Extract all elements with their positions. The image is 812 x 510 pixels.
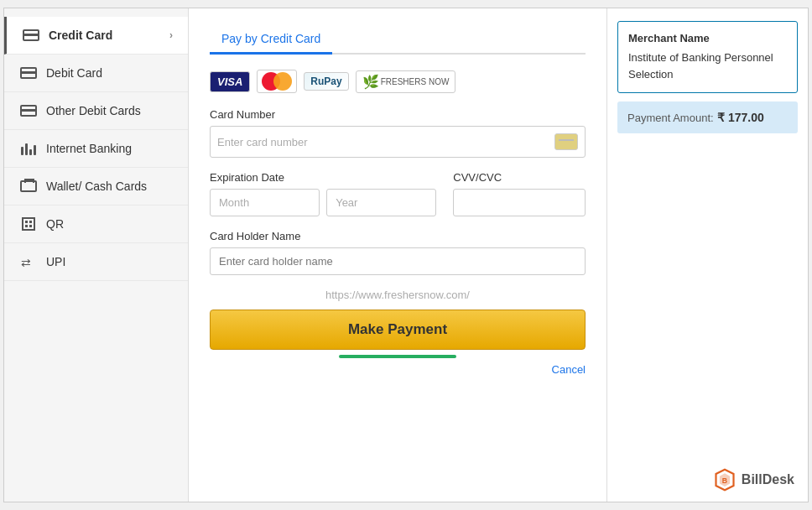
sidebar-item-label: Credit Card xyxy=(49,29,112,42)
sidebar: Credit Card › Debit Card Other Debit Car… xyxy=(4,8,189,502)
sidebar-item-other-debit[interactable]: Other Debit Cards xyxy=(4,92,188,130)
chevron-right-icon: › xyxy=(169,29,173,41)
svg-text:B: B xyxy=(722,476,727,485)
merchant-name-label: Merchant Name xyxy=(628,32,787,44)
card-number-input[interactable] xyxy=(217,136,554,148)
right-panel: Merchant Name Institute of Banking Perso… xyxy=(606,8,808,502)
payment-amount-label: Payment Amount: xyxy=(627,112,714,124)
freshersnow-logo: 🌿 FRESHERS NOW xyxy=(356,70,456,93)
card-number-wrap xyxy=(210,126,586,158)
mastercard-logo xyxy=(257,70,297,93)
sidebar-item-label: Internet Banking xyxy=(46,142,132,155)
sidebar-item-label: Other Debit Cards xyxy=(46,104,141,117)
wallet-icon xyxy=(19,180,38,193)
sidebar-item-upi[interactable]: UPI xyxy=(4,243,188,281)
expiry-fields: Month Year xyxy=(210,189,436,216)
sidebar-item-label: Debit Card xyxy=(46,66,102,80)
card-number-label: Card Number xyxy=(210,108,586,121)
url-text: https://www.freshersnow.com/ xyxy=(210,289,586,301)
sidebar-item-label: UPI xyxy=(46,255,65,268)
credit-card-icon xyxy=(22,29,40,42)
make-payment-button[interactable]: Make Payment xyxy=(210,310,586,350)
sidebar-item-credit-card[interactable]: Credit Card › xyxy=(4,17,188,55)
cvv-group: CVV/CVC xyxy=(453,171,586,216)
progress-bar-wrap xyxy=(210,355,586,358)
internet-banking-icon xyxy=(19,142,38,155)
progress-bar xyxy=(339,355,456,358)
visa-logo: VISA xyxy=(210,71,250,92)
card-number-group: Card Number xyxy=(210,108,586,158)
other-debit-card-icon xyxy=(19,104,38,117)
billdesk-footer: B BillDesk xyxy=(607,458,808,502)
holder-name-input[interactable] xyxy=(210,247,586,275)
expiration-label: Expiration Date xyxy=(210,171,436,184)
qr-icon xyxy=(19,217,38,231)
cvv-input[interactable] xyxy=(453,189,586,216)
debit-card-icon xyxy=(19,66,38,80)
tab-credit-card[interactable]: Pay by Credit Card xyxy=(210,25,332,55)
expiry-cvv-row: Expiration Date Month Year CVV/CVC xyxy=(210,171,586,216)
expiration-group: Expiration Date Month Year xyxy=(210,171,436,216)
payment-amount-box: Payment Amount: ₹ 177.00 xyxy=(617,101,798,133)
rupay-logo: RuPay xyxy=(304,72,348,91)
card-logos: VISA RuPay 🌿 FRESHERS NOW xyxy=(210,70,586,93)
holder-name-group: Card Holder Name xyxy=(210,230,586,275)
sidebar-item-label: Wallet/ Cash Cards xyxy=(46,180,147,193)
billdesk-label: BillDesk xyxy=(742,472,794,487)
cancel-link[interactable]: Cancel xyxy=(210,363,586,376)
main-content: Pay by Credit Card VISA RuPay 🌿 FRESHERS… xyxy=(189,8,606,502)
payment-amount-value: ₹ 177.00 xyxy=(717,111,764,124)
sidebar-item-debit-card[interactable]: Debit Card xyxy=(4,55,188,92)
sidebar-item-internet-banking[interactable]: Internet Banking xyxy=(4,130,188,168)
payment-container: Credit Card › Debit Card Other Debit Car… xyxy=(3,8,809,502)
card-chip-icon xyxy=(554,133,578,150)
cvv-label: CVV/CVC xyxy=(453,171,586,184)
merchant-name-value: Institute of Banking Personnel Selection xyxy=(628,49,787,82)
holder-name-label: Card Holder Name xyxy=(210,230,586,242)
month-select[interactable]: Month xyxy=(210,189,320,216)
billdesk-icon: B xyxy=(713,468,737,492)
sidebar-item-wallet[interactable]: Wallet/ Cash Cards xyxy=(4,168,188,206)
upi-icon xyxy=(19,255,38,268)
tab-bar: Pay by Credit Card xyxy=(210,25,586,55)
sidebar-item-qr[interactable]: QR xyxy=(4,206,188,243)
merchant-box: Merchant Name Institute of Banking Perso… xyxy=(617,21,798,93)
year-select[interactable]: Year xyxy=(326,189,436,216)
sidebar-item-label: QR xyxy=(46,217,64,231)
